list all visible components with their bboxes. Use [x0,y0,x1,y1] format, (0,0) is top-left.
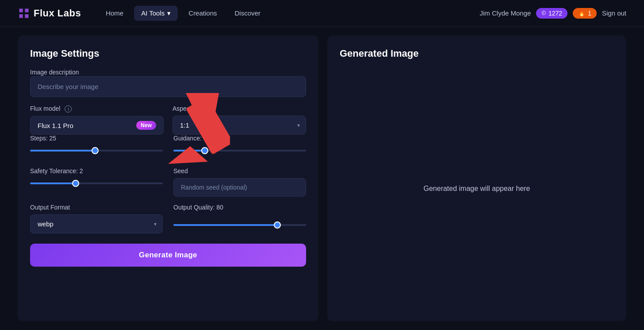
credits-purple-value: 1272 [548,10,562,17]
output-row: Output Format webp png jpg ▾ Output Qual… [30,204,306,235]
output-quality-slider[interactable] [173,224,306,226]
safety-seed-row: Safety Tolerance: 2 Seed [30,167,306,197]
nav-right: Jim Clyde Monge © 1272 🔥 1 Sign out [480,8,626,19]
panel-title: Image Settings [30,48,306,59]
output-quality-label: Output Quality: 80 [173,204,306,211]
image-description-field: Image description [30,68,306,105]
flux-model-select[interactable]: Flux 1.1 Pro New [30,116,164,135]
steps-slider-section: Steps: 25 [30,135,163,153]
flame-icon: 🔥 [578,10,585,16]
aspect-ratio-select-wrapper: 1:1 16:9 9:16 4:3 ▾ [172,116,306,135]
aspect-ratio-field: Aspect Ratio 1:1 16:9 9:16 4:3 ▾ [172,105,306,135]
safety-tolerance-section: Safety Tolerance: 2 [30,167,163,190]
steps-label: Steps: 25 [30,135,163,142]
logo-icon [18,7,30,19]
info-icon[interactable]: i [65,105,72,113]
output-quality-section: Output Quality: 80 [173,204,306,228]
output-format-field: Output Format webp png jpg ▾ [30,204,163,235]
left-panel: Image Settings Image description Flux mo… [18,35,318,321]
guidance-label: Guidance: 3 [173,135,306,142]
steps-guidance-row: Steps: 25 Guidance: 3 [30,135,306,160]
chevron-down-icon: ▾ [167,9,171,17]
user-name: Jim Clyde Monge [480,9,531,17]
generated-image-title: Generated Image [340,48,614,59]
credits-purple-badge[interactable]: © 1272 [536,8,567,19]
sign-out-button[interactable]: Sign out [602,9,626,17]
right-panel: Generated Image Generated image will app… [327,35,626,321]
safety-tolerance-slider[interactable] [30,182,163,184]
aspect-ratio-select[interactable]: 1:1 16:9 9:16 4:3 [172,116,306,135]
model-aspect-row: Flux model i Flux 1.1 Pro New Aspect Rat… [30,105,306,135]
steps-slider[interactable] [30,150,163,151]
generate-image-button[interactable]: Generate Image [30,244,306,267]
coin-icon: © [541,10,546,16]
output-format-select[interactable]: webp png jpg [30,214,163,233]
nav-home[interactable]: Home [99,6,130,20]
seed-input[interactable] [173,178,306,197]
flux-model-label: Flux model i [30,105,164,113]
generated-image-placeholder: Generated image will appear here [340,68,614,309]
output-format-select-wrapper: webp png jpg ▾ [30,214,163,233]
flux-model-value: Flux 1.1 Pro [38,122,136,129]
safety-tolerance-label: Safety Tolerance: 2 [30,167,163,175]
guidance-slider[interactable] [173,150,306,151]
nav-ai-tools[interactable]: AI Tools ▾ [134,6,178,21]
nav-links: Home AI Tools ▾ Creations Discover [99,6,479,21]
navbar: Flux Labs Home AI Tools ▾ Creations Disc… [0,0,644,27]
flux-model-field: Flux model i Flux 1.1 Pro New [30,105,164,135]
guidance-slider-section: Guidance: 3 [173,135,306,153]
seed-label: Seed [173,167,306,175]
new-badge: New [136,121,156,130]
credits-orange-value: 1 [588,10,591,17]
main-content: Image Settings Image description Flux mo… [0,27,644,330]
seed-field: Seed [173,167,306,197]
nav-discover[interactable]: Discover [228,6,268,20]
aspect-ratio-label: Aspect Ratio [172,105,306,112]
logo-text: Flux Labs [34,8,81,19]
nav-creations[interactable]: Creations [181,6,224,20]
logo[interactable]: Flux Labs [18,7,81,19]
image-description-input[interactable] [30,76,306,97]
image-description-label: Image description [30,69,79,76]
output-format-label: Output Format [30,204,163,211]
credits-orange-badge[interactable]: 🔥 1 [573,8,597,19]
